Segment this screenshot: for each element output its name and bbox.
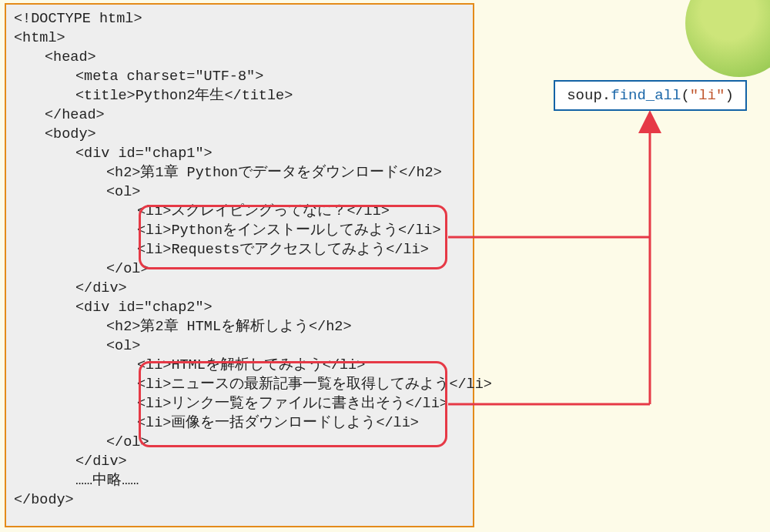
python-call-box: soup . find_all ( "li" ) — [554, 80, 747, 111]
python-dot: . — [602, 87, 611, 104]
python-object: soup — [567, 87, 602, 104]
code-line: <html> — [14, 30, 65, 46]
code-line: <ol> — [106, 184, 140, 200]
code-line: <h2>第1章 Pythonでデータをダウンロード</h2> — [106, 165, 442, 181]
background-decoration — [685, 0, 770, 77]
python-string-arg: "li" — [690, 87, 725, 104]
code-line: </head> — [45, 107, 105, 123]
code-line: <head> — [45, 49, 96, 65]
code-line: <body> — [45, 126, 96, 142]
code-line: <h2>第2章 HTMLを解析しよう</h2> — [106, 319, 352, 335]
code-line: <li>画像を一括ダウンロードしよう</li> — [137, 415, 419, 431]
code-line: ……中略…… — [75, 473, 139, 489]
code-line: <li>Requestsでアクセスしてみよう</li> — [137, 242, 429, 258]
code-line: </ol> — [106, 434, 149, 450]
code-line: </div> — [75, 453, 127, 470]
html-source-code: <!DOCTYPE html> <html> <head> <meta char… — [14, 9, 468, 510]
python-close-paren: ) — [725, 87, 733, 104]
python-function: find_all — [611, 87, 681, 104]
code-line: <li>Pythonをインストールしてみよう</li> — [137, 223, 441, 239]
html-source-code-panel: <!DOCTYPE html> <html> <head> <meta char… — [5, 3, 474, 527]
code-line: <li>リンク一覧をファイルに書き出そう</li> — [137, 396, 448, 412]
code-line: </body> — [14, 492, 74, 508]
code-line: <ol> — [106, 338, 140, 354]
code-line: <!DOCTYPE html> — [14, 11, 142, 27]
python-open-paren: ( — [681, 87, 689, 104]
code-line: <li>スクレイピングってなに？</li> — [137, 203, 390, 219]
code-line: <meta charset="UTF-8"> — [75, 69, 263, 85]
code-line: </div> — [75, 280, 127, 296]
code-line: <title>Python2年生</title> — [75, 88, 293, 104]
code-line: <div id="chap1"> — [75, 146, 213, 162]
code-line: <div id="chap2"> — [75, 299, 213, 316]
code-line: <li>ニュースの最新記事一覧を取得してみよう</li> — [137, 376, 492, 393]
code-line: <li>HTMLを解析してみよう</li> — [137, 357, 365, 373]
code-line: </ol> — [106, 261, 149, 277]
